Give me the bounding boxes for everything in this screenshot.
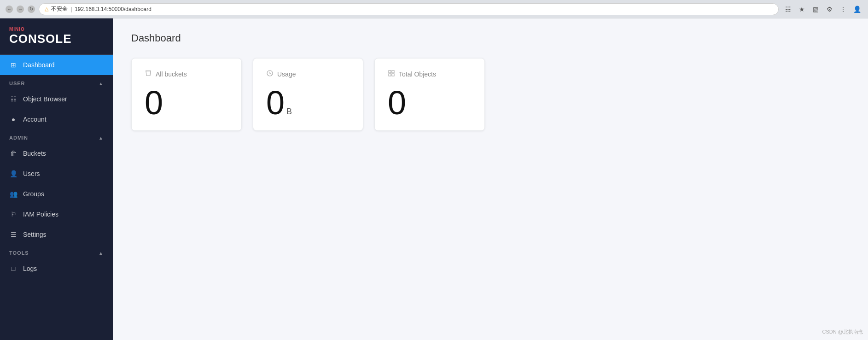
app-container: MINIO CONSOLE ⊞ Dashboard USER ▲ ☷ Objec… xyxy=(0,18,868,340)
main-content: Dashboard All buckets 0 xyxy=(113,18,868,340)
groups-label: Groups xyxy=(23,190,44,198)
stats-grid: All buckets 0 Usage xyxy=(131,58,850,131)
warning-text: 不安全 xyxy=(51,5,68,13)
browser-chrome: ← → ↻ △ 不安全 | 192.168.3.14:50000/dashboa… xyxy=(0,0,868,18)
usage-icon xyxy=(266,70,274,79)
stat-card-header-buckets: All buckets xyxy=(145,70,228,79)
users-label: Users xyxy=(23,170,40,177)
stat-card-all-buckets: All buckets 0 xyxy=(131,58,242,131)
sidebar-item-object-browser[interactable]: ☷ Object Browser xyxy=(0,89,113,109)
back-button[interactable]: ← xyxy=(6,6,13,13)
address-bar[interactable]: △ 不安全 | 192.168.3.14:50000/dashboard xyxy=(39,3,779,15)
sidebar: MINIO CONSOLE ⊞ Dashboard USER ▲ ☷ Objec… xyxy=(0,18,113,340)
extensions-button[interactable]: ▧ xyxy=(810,4,821,15)
user-section-header: USER ▲ xyxy=(0,75,113,89)
browser-actions: ☷ ★ ▧ ⚙ ⋮ 👤 xyxy=(782,4,862,15)
watermark: CSDN @北执南念 xyxy=(822,328,863,335)
sidebar-item-dashboard[interactable]: ⊞ Dashboard xyxy=(0,55,113,75)
sidebar-item-iam-policies[interactable]: ⚐ IAM Policies xyxy=(0,204,113,224)
admin-section-label: ADMIN xyxy=(9,135,28,141)
user-section-label: USER xyxy=(9,81,25,86)
logs-icon: □ xyxy=(9,265,17,272)
sidebar-item-groups[interactable]: 👥 Groups xyxy=(0,184,113,204)
tools-section-chevron[interactable]: ▲ xyxy=(99,251,104,256)
buckets-label: Buckets xyxy=(23,150,46,157)
sidebar-item-logs[interactable]: □ Logs xyxy=(0,258,113,279)
reload-button[interactable]: ↻ xyxy=(28,6,35,13)
total-objects-label: Total Objects xyxy=(399,70,436,78)
bookmarks-button[interactable]: ☷ xyxy=(782,4,793,15)
svg-rect-2 xyxy=(392,70,394,73)
star-button[interactable]: ★ xyxy=(796,4,807,15)
usage-label: Usage xyxy=(277,70,296,78)
sidebar-item-buckets[interactable]: 🗑 Buckets xyxy=(0,143,113,164)
page-title: Dashboard xyxy=(131,32,850,44)
logs-label: Logs xyxy=(23,265,37,272)
svg-rect-4 xyxy=(392,74,394,76)
separator: | xyxy=(70,6,72,12)
admin-section-chevron[interactable]: ▲ xyxy=(99,135,104,141)
admin-section-header: ADMIN ▲ xyxy=(0,129,113,143)
all-buckets-value: 0 xyxy=(145,86,228,119)
menu-button[interactable]: ⋮ xyxy=(838,4,849,15)
iam-policies-icon: ⚐ xyxy=(9,211,17,218)
sidebar-item-settings[interactable]: ☰ Settings xyxy=(0,224,113,245)
sidebar-logo: MINIO CONSOLE xyxy=(0,18,113,55)
account-label: Account xyxy=(23,116,47,123)
iam-policies-label: IAM Policies xyxy=(23,211,58,218)
svg-rect-3 xyxy=(389,74,391,76)
stat-card-header-objects: Total Objects xyxy=(388,70,472,79)
usage-value: 0 B xyxy=(266,86,350,119)
account-icon: ● xyxy=(9,116,17,123)
logo-console: CONSOLE xyxy=(9,32,104,46)
dashboard-label: Dashboard xyxy=(23,61,55,69)
tools-section-header: TOOLS ▲ xyxy=(0,245,113,258)
object-browser-label: Object Browser xyxy=(23,95,67,103)
svg-rect-1 xyxy=(389,70,391,73)
stat-card-usage: Usage 0 B xyxy=(253,58,363,131)
user-section-chevron[interactable]: ▲ xyxy=(99,81,104,86)
object-browser-icon: ☷ xyxy=(9,95,17,103)
logo-mini: MINIO xyxy=(9,27,104,32)
all-buckets-label: All buckets xyxy=(156,70,187,78)
profile-button[interactable]: 👤 xyxy=(851,4,862,15)
warning-icon: △ xyxy=(45,6,48,12)
address-text: 192.168.3.14:50000/dashboard xyxy=(75,6,151,12)
settings-label: Settings xyxy=(23,231,47,238)
buckets-icon: 🗑 xyxy=(9,150,17,157)
sidebar-nav: ⊞ Dashboard USER ▲ ☷ Object Browser ● Ac… xyxy=(0,55,113,340)
total-objects-icon xyxy=(388,70,395,79)
settings-icon: ☰ xyxy=(9,231,17,238)
puzzle-button[interactable]: ⚙ xyxy=(824,4,835,15)
users-icon: 👤 xyxy=(9,170,17,177)
forward-button[interactable]: → xyxy=(17,6,24,13)
groups-icon: 👥 xyxy=(9,190,17,198)
stat-card-header-usage: Usage xyxy=(266,70,350,79)
stat-card-total-objects: Total Objects 0 xyxy=(374,58,485,131)
bucket-icon xyxy=(145,70,152,79)
tools-section-label: TOOLS xyxy=(9,250,29,256)
total-objects-value: 0 xyxy=(388,86,472,119)
usage-unit: B xyxy=(286,107,292,116)
sidebar-item-account[interactable]: ● Account xyxy=(0,109,113,129)
dashboard-icon: ⊞ xyxy=(9,61,17,69)
sidebar-item-users[interactable]: 👤 Users xyxy=(0,164,113,184)
